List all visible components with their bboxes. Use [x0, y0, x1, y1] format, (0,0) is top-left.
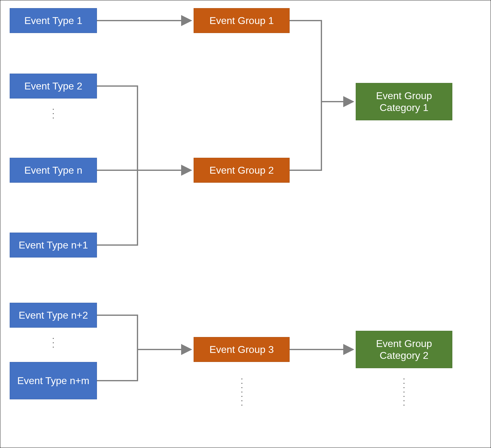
event-group-category-2: Event Group Category 2 [356, 331, 452, 368]
line-tn2-join [97, 315, 137, 349]
ellipsis-types-top: . . . [50, 105, 56, 118]
event-group-3: Event Group 3 [194, 337, 290, 362]
event-group-category-1: Event Group Category 1 [356, 83, 452, 120]
ellipsis-types-bottom: . . . [50, 334, 56, 347]
line-g2-join [290, 102, 321, 170]
event-type-n-plus-1: Event Type n+1 [10, 233, 97, 258]
diagram-canvas: Event Type 1 Event Type 2 . . . Event Ty… [0, 0, 491, 448]
event-group-2: Event Group 2 [194, 158, 290, 183]
line-t2-join [97, 86, 137, 170]
event-type-n: Event Type n [10, 158, 97, 183]
line-tn1-join [97, 170, 137, 245]
ellipsis-categories: . . . . . . . [401, 374, 407, 405]
event-type-2: Event Type 2 [10, 74, 97, 99]
event-group-1: Event Group 1 [194, 8, 290, 33]
event-type-n-plus-m: Event Type n+m [10, 362, 97, 399]
line-tnm-join [97, 349, 137, 381]
event-type-1: Event Type 1 [10, 8, 97, 33]
ellipsis-groups: . . . . . . . [239, 374, 245, 405]
event-type-n-plus-2: Event Type n+2 [10, 303, 97, 328]
line-g1-join [290, 21, 321, 102]
